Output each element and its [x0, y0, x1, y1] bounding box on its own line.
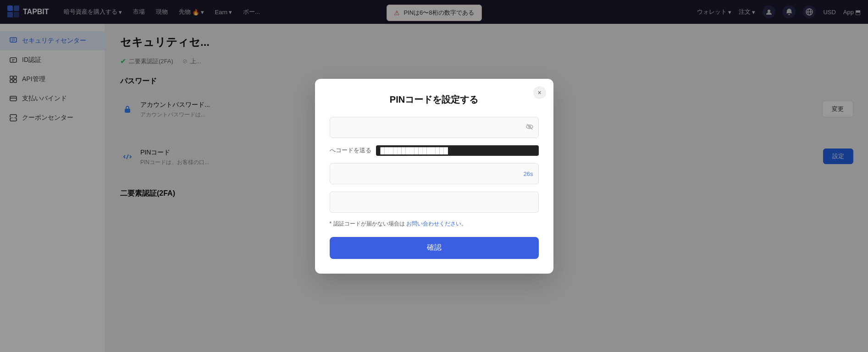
- masked-email: ████████████████: [376, 145, 539, 156]
- confirm-button[interactable]: 確認: [330, 237, 539, 259]
- modal-overlay[interactable]: × PINコードを設定する へコードを送る ████████████████: [0, 0, 868, 352]
- modal-title: PINコードを設定する: [330, 94, 539, 106]
- verify-note: * 認証コードが届かない場合は お問い合わせください。: [330, 220, 539, 228]
- pin-confirm-input[interactable]: [330, 192, 539, 213]
- pin-confirm-group: [330, 192, 539, 213]
- code-timer: 26s: [524, 170, 533, 177]
- verify-code-input[interactable]: [330, 163, 539, 184]
- verify-note-text: * 認証コードが届かない場合は: [330, 220, 405, 227]
- eye-icon[interactable]: [526, 123, 533, 132]
- pin-confirm-wrapper: [330, 192, 539, 213]
- pin-input-group: [330, 117, 539, 138]
- modal-close-button[interactable]: ×: [533, 86, 546, 99]
- pin-input-wrapper: [330, 117, 539, 138]
- pin-input[interactable]: [330, 117, 539, 138]
- verify-code-wrapper: 26s: [330, 163, 539, 184]
- send-code-row: へコードを送る ████████████████: [330, 145, 539, 156]
- send-code-label: へコードを送る: [330, 146, 371, 154]
- contact-link[interactable]: お問い合わせください。: [406, 220, 467, 227]
- verify-code-group: 26s: [330, 163, 539, 184]
- pin-setup-modal: × PINコードを設定する へコードを送る ████████████████: [315, 79, 553, 274]
